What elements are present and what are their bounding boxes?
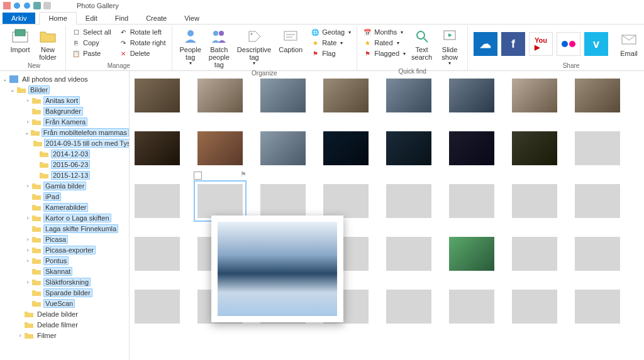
thumbnail[interactable] xyxy=(323,131,369,165)
tree-folder-item[interactable]: Delade bilder xyxy=(0,308,129,319)
expander-icon[interactable]: ⌄ xyxy=(1,76,9,82)
descriptive-tag-button[interactable]: Descriptivetag▾ xyxy=(233,26,275,68)
thumbnail[interactable] xyxy=(512,131,557,165)
tree-folder-item[interactable]: ›Kartor o Laga skiften xyxy=(0,212,129,223)
tree-folder-item[interactable]: ›Släktforskning xyxy=(0,276,129,287)
text-search-button[interactable]: Textsearch xyxy=(408,26,436,62)
new-folder-button[interactable]: Newfolder xyxy=(34,26,62,62)
thumbnail[interactable] xyxy=(386,79,431,112)
thumbnail[interactable] xyxy=(512,79,557,112)
copy-button[interactable]: ⎘Copy xyxy=(70,38,113,48)
rated-filter-button[interactable]: ★Rated▾ xyxy=(361,38,408,48)
tree-folder-item[interactable]: Delade filmer xyxy=(0,319,129,330)
tab-create[interactable]: Create xyxy=(137,13,175,24)
thumbnail[interactable] xyxy=(323,79,369,112)
thumbnail-selected[interactable] xyxy=(197,184,243,218)
thumbnail[interactable] xyxy=(260,131,306,165)
thumbnail[interactable] xyxy=(197,79,243,112)
tree-folder-item[interactable]: ›Filmer xyxy=(0,330,129,341)
expander-icon[interactable]: › xyxy=(24,119,31,125)
thumbnail[interactable] xyxy=(386,184,431,218)
expander-icon[interactable]: › xyxy=(24,236,31,243)
thumbnail-pane[interactable] xyxy=(130,71,644,360)
flagged-filter-button[interactable]: ⚑Flagged▾ xyxy=(361,48,408,58)
expander-icon[interactable] xyxy=(24,108,31,114)
tree-folder-item[interactable]: ›Gamla bilder xyxy=(0,180,129,191)
share-facebook-button[interactable]: f xyxy=(501,32,525,56)
thumbnail[interactable] xyxy=(449,237,494,271)
rate-button[interactable]: ★Rate▾ xyxy=(309,38,353,48)
import-button[interactable]: Import xyxy=(6,26,34,55)
thumbnail[interactable] xyxy=(135,131,180,165)
share-vimeo-button[interactable]: v xyxy=(584,32,608,56)
tree-folder-item[interactable]: 2015-12-13 xyxy=(0,170,129,180)
flag-button[interactable]: ⚑Flag xyxy=(309,48,353,58)
tab-edit[interactable]: Edit xyxy=(77,13,106,24)
tree-folder-item[interactable]: ›Picasa-exporter xyxy=(0,244,129,255)
qat-undo-icon[interactable] xyxy=(13,1,21,10)
thumbnail[interactable] xyxy=(386,237,431,271)
expander-icon[interactable]: ⌄ xyxy=(24,129,31,136)
people-tag-button[interactable]: Peopletag▾ xyxy=(176,26,205,68)
expander-icon[interactable]: › xyxy=(24,279,31,285)
tree-root[interactable]: ⌄All photos and videos xyxy=(0,74,129,84)
expander-icon[interactable] xyxy=(24,290,31,296)
tab-find[interactable]: Find xyxy=(106,13,137,24)
tree-folder-item[interactable]: iPad xyxy=(0,191,129,202)
slide-show-button[interactable]: Slideshow▾ xyxy=(436,26,464,68)
thumbnail[interactable] xyxy=(135,184,180,218)
expander-icon[interactable]: ⌄ xyxy=(9,87,16,93)
tab-view[interactable]: View xyxy=(175,13,208,24)
tab-home[interactable]: Home xyxy=(39,12,76,25)
thumbnail[interactable] xyxy=(449,79,494,112)
tree-folder-item[interactable]: 2015-06-23 xyxy=(0,159,129,170)
rotate-left-button[interactable]: ↶Rotate left xyxy=(117,27,168,37)
thumbnail[interactable] xyxy=(575,79,620,112)
expander-icon[interactable] xyxy=(24,268,31,275)
geotag-button[interactable]: 🌐Geotag▾ xyxy=(309,27,353,37)
tree-folder-item[interactable]: VueScan xyxy=(0,298,129,308)
expander-icon[interactable] xyxy=(16,311,24,317)
tree-folder-item[interactable]: Laga skifte Finnekumla xyxy=(0,223,129,234)
share-youtube-button[interactable]: You▶ xyxy=(529,32,553,56)
expander-icon[interactable]: › xyxy=(16,332,24,339)
expander-icon[interactable]: › xyxy=(24,215,31,221)
qat-redo-icon[interactable] xyxy=(23,1,31,10)
expander-icon[interactable] xyxy=(31,161,39,168)
thumbnail[interactable] xyxy=(575,184,620,218)
thumbnail[interactable] xyxy=(386,290,431,324)
tree-folder-item[interactable]: 2014-09-15 till och med Tysklandsre xyxy=(0,138,129,148)
qat-icon-3[interactable] xyxy=(33,1,42,10)
thumbnail[interactable] xyxy=(449,290,494,324)
thumbnail[interactable] xyxy=(575,131,620,165)
tree-folder-item[interactable]: Sparade bilder xyxy=(0,287,129,298)
thumbnail[interactable] xyxy=(323,184,369,218)
email-button[interactable]: Email xyxy=(615,30,643,58)
share-onedrive-button[interactable]: ☁ xyxy=(474,32,497,56)
expander-icon[interactable]: › xyxy=(24,258,31,264)
app-icon[interactable] xyxy=(3,1,11,10)
expander-icon[interactable]: › xyxy=(24,247,31,253)
thumbnail[interactable] xyxy=(512,290,557,324)
months-button[interactable]: 📅Months▾ xyxy=(361,27,408,37)
thumbnail[interactable] xyxy=(386,131,431,165)
thumbnail[interactable] xyxy=(449,131,494,165)
expander-icon[interactable] xyxy=(24,204,31,210)
share-flickr-button[interactable] xyxy=(557,32,580,56)
expander-icon[interactable] xyxy=(31,151,39,157)
paste-button[interactable]: 📋Paste xyxy=(70,48,113,58)
tree-folder-item[interactable]: Skannat xyxy=(0,266,129,276)
thumbnail[interactable] xyxy=(512,237,557,271)
tree-folder-item[interactable]: Bakgrunder xyxy=(0,106,129,116)
thumbnail[interactable] xyxy=(135,79,180,112)
select-all-button[interactable]: ☐Select all xyxy=(70,27,113,37)
thumbnail[interactable] xyxy=(575,290,620,324)
expander-icon[interactable] xyxy=(16,322,24,328)
batch-people-tag-button[interactable]: Batchpeople tag xyxy=(205,26,233,70)
thumbnail[interactable] xyxy=(512,184,557,218)
tree-folder-item[interactable]: ›Från Kamera xyxy=(0,116,129,127)
tree-folder-item[interactable]: Kamerabilder xyxy=(0,202,129,212)
thumbnail[interactable] xyxy=(260,79,306,112)
expander-icon[interactable] xyxy=(24,226,31,232)
expander-icon[interactable] xyxy=(31,172,39,178)
